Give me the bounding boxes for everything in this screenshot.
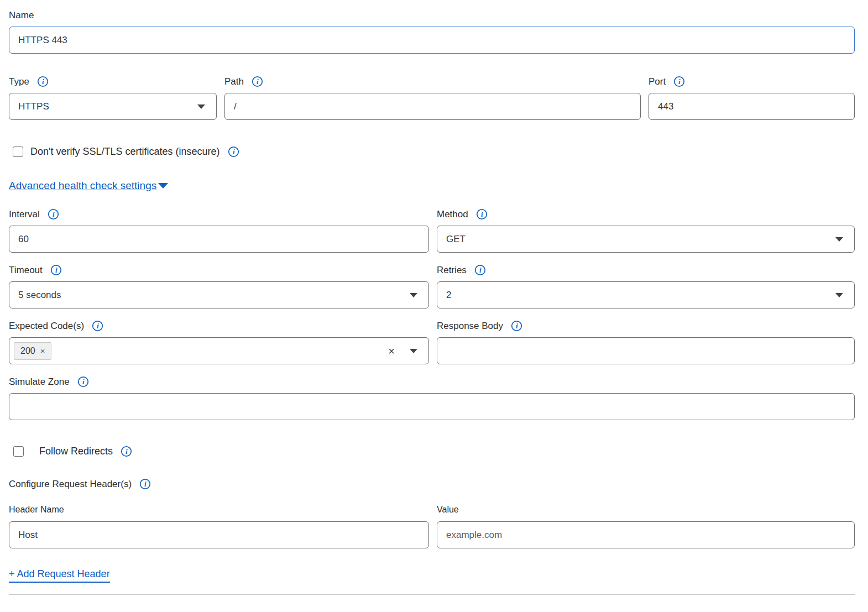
interval-field: Interval i <box>9 208 429 253</box>
retries-label-text: Retries <box>437 265 467 276</box>
header-name-field: Header Name <box>9 505 429 548</box>
advanced-settings-label: Advanced health check settings <box>9 180 156 192</box>
svg-text:i: i <box>53 210 55 218</box>
expected-codes-info-icon[interactable]: i <box>92 320 103 332</box>
port-info-icon[interactable]: i <box>673 76 685 87</box>
chevron-down-icon <box>835 293 843 297</box>
caret-down-icon <box>158 183 168 189</box>
svg-text:i: i <box>42 77 44 86</box>
code-tag-value: 200 <box>20 346 35 356</box>
response-body-input[interactable] <box>437 337 855 364</box>
verify-ssl-info-icon[interactable]: i <box>228 146 239 158</box>
interval-input[interactable] <box>9 226 429 253</box>
interval-label-text: Interval <box>9 209 40 220</box>
retries-select[interactable]: 2 <box>437 281 855 308</box>
method-info-icon[interactable]: i <box>476 208 488 220</box>
follow-redirects-checkbox[interactable] <box>13 446 24 457</box>
svg-text:i: i <box>257 77 259 86</box>
timeout-field: Timeout i 5 seconds <box>9 264 429 308</box>
svg-text:i: i <box>144 480 147 488</box>
follow-redirects-info-icon[interactable]: i <box>121 446 132 457</box>
simulate-zone-label-text: Simulate Zone <box>9 376 70 388</box>
timeout-label: Timeout i <box>9 264 429 276</box>
simulate-zone-field: Simulate Zone i <box>9 376 855 420</box>
type-select[interactable]: HTTPS <box>9 93 217 120</box>
expected-codes-label: Expected Code(s) i <box>9 320 429 332</box>
header-value-input[interactable] <box>437 521 855 548</box>
path-label: Path i <box>224 76 641 87</box>
path-info-icon[interactable]: i <box>252 76 263 87</box>
verify-ssl-label: Don't verify SSL/TLS certificates (insec… <box>30 146 220 158</box>
interval-info-icon[interactable]: i <box>48 208 59 220</box>
name-label-text: Name <box>9 10 34 21</box>
multiselect-controls: × <box>388 346 420 357</box>
timeout-label-text: Timeout <box>9 265 43 276</box>
path-input[interactable] <box>224 93 641 120</box>
verify-ssl-checkbox[interactable] <box>13 147 23 157</box>
simulate-zone-info-icon[interactable]: i <box>77 376 89 388</box>
follow-redirects-label: Follow Redirects <box>39 446 113 457</box>
svg-text:i: i <box>479 266 482 274</box>
svg-text:i: i <box>516 322 518 330</box>
method-select-value: GET <box>446 234 466 245</box>
type-select-value: HTTPS <box>18 101 49 112</box>
svg-text:i: i <box>97 322 99 330</box>
svg-text:i: i <box>232 148 234 156</box>
type-info-icon[interactable]: i <box>37 76 49 87</box>
verify-ssl-row: Don't verify SSL/TLS certificates (insec… <box>9 146 855 158</box>
timeout-select[interactable]: 5 seconds <box>9 281 429 308</box>
timeout-retries-row: Timeout i 5 seconds Retries i 2 <box>9 264 855 308</box>
expected-codes-multiselect[interactable]: 200 × × <box>9 337 429 364</box>
header-name-column-label: Header Name <box>9 505 429 515</box>
request-header-row: Header Name Value <box>9 505 855 548</box>
chevron-down-icon <box>197 104 205 109</box>
advanced-settings-toggle[interactable]: Advanced health check settings <box>9 180 168 192</box>
simulate-zone-label: Simulate Zone i <box>9 376 855 388</box>
svg-text:i: i <box>55 266 57 274</box>
configure-headers-label: Configure Request Header(s) i <box>9 478 855 490</box>
timeout-select-value: 5 seconds <box>18 290 61 301</box>
method-label-text: Method <box>437 209 468 220</box>
chevron-down-icon <box>835 237 843 242</box>
method-field: Method i GET <box>437 208 855 253</box>
svg-text:i: i <box>126 447 128 456</box>
configure-headers-label-text: Configure Request Header(s) <box>9 479 132 490</box>
codes-body-row: Expected Code(s) i 200 × × Response Body <box>9 320 855 364</box>
path-label-text: Path <box>224 76 244 87</box>
name-label: Name <box>9 10 855 21</box>
name-input[interactable] <box>9 27 855 54</box>
interval-method-row: Interval i Method i GET <box>9 208 855 253</box>
port-input[interactable] <box>649 93 855 120</box>
retries-label: Retries i <box>437 264 855 276</box>
header-name-input[interactable] <box>9 521 429 548</box>
chevron-down-icon[interactable] <box>410 349 417 353</box>
remove-tag-icon[interactable]: × <box>40 347 45 355</box>
retries-select-value: 2 <box>446 290 451 301</box>
header-value-column-label: Value <box>437 505 855 515</box>
response-body-label: Response Body i <box>437 320 855 332</box>
expected-codes-field: Expected Code(s) i 200 × × <box>9 320 429 364</box>
health-check-form: Name Type i HTTPS Path i <box>0 0 868 595</box>
type-label: Type i <box>9 76 217 87</box>
add-request-header-link[interactable]: + Add Request Header <box>9 568 110 583</box>
section-divider <box>9 594 855 595</box>
code-tag: 200 × <box>14 342 51 360</box>
method-label: Method i <box>437 208 855 220</box>
timeout-info-icon[interactable]: i <box>50 264 62 276</box>
configure-headers-info-icon[interactable]: i <box>139 478 151 490</box>
retries-field: Retries i 2 <box>437 264 855 308</box>
method-select[interactable]: GET <box>437 226 855 253</box>
svg-text:i: i <box>82 378 85 386</box>
retries-info-icon[interactable]: i <box>474 264 486 276</box>
header-value-field: Value <box>437 505 855 548</box>
expected-codes-label-text: Expected Code(s) <box>9 321 84 332</box>
simulate-zone-input[interactable] <box>9 393 855 420</box>
port-field: Port i <box>649 76 855 120</box>
svg-text:i: i <box>481 210 483 218</box>
chevron-down-icon <box>410 293 417 297</box>
type-path-port-row: Type i HTTPS Path i Port <box>9 76 855 120</box>
clear-all-icon[interactable]: × <box>388 346 395 357</box>
interval-label: Interval i <box>9 208 429 220</box>
response-body-info-icon[interactable]: i <box>511 320 522 332</box>
advanced-settings-row: Advanced health check settings <box>9 180 855 192</box>
